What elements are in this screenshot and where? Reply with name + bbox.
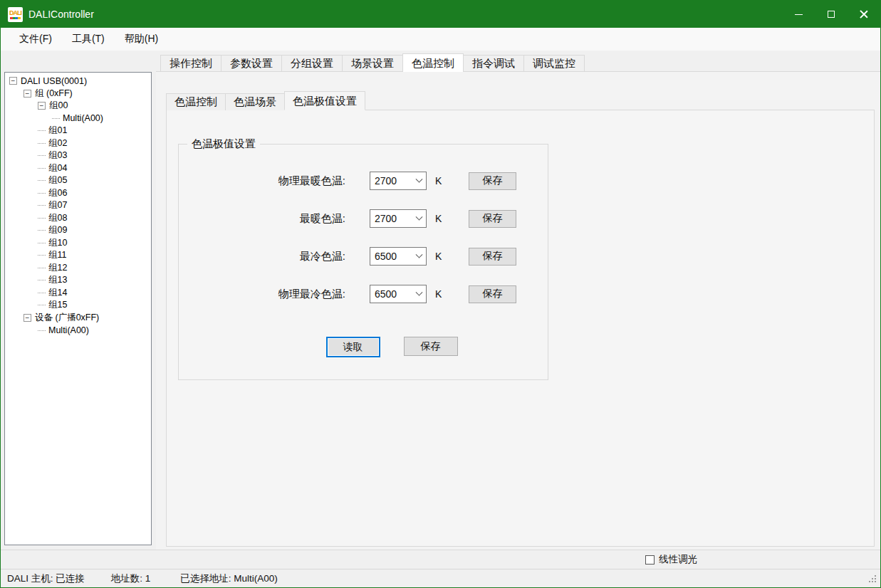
tree-item[interactable]: 组10 xyxy=(6,237,151,250)
action-buttons: 读取 保存 xyxy=(207,337,576,357)
tree-item[interactable]: 组03 xyxy=(6,149,151,162)
color-temp-tab-page: 色温控制色温场景色温极值设置 色温极值设置 物理最暖色温: 2700 K 保存 … xyxy=(156,72,880,550)
tree-item[interactable]: 组05 xyxy=(6,174,151,187)
tree-item[interactable]: 组11 xyxy=(6,249,151,262)
save-all-button[interactable]: 保存 xyxy=(404,337,458,356)
tree-item[interactable]: 组09 xyxy=(6,224,151,237)
tree-item[interactable]: 组06 xyxy=(6,187,151,200)
tree-item-label: 设备 (广播0xFF) xyxy=(35,312,99,324)
app-logo-text: DALI xyxy=(9,9,21,16)
unit-label: K xyxy=(435,175,445,187)
menu-item[interactable]: 工具(T) xyxy=(62,29,115,49)
sub-tab[interactable]: 色温控制 xyxy=(166,93,226,110)
resize-grip-icon[interactable] xyxy=(867,574,877,584)
sub-tab[interactable]: 色温极值设置 xyxy=(284,91,365,110)
field-label: 最暖色温: xyxy=(179,212,345,226)
app-logo-icon: DALI xyxy=(8,7,23,22)
tree-item-label: 组03 xyxy=(38,149,67,162)
unit-label: K xyxy=(435,251,445,262)
tree-item-label: 组02 xyxy=(38,137,67,149)
tree-item[interactable]: 组04 xyxy=(6,162,151,175)
ct-limit-row: 最冷色温: 6500 K 保存 xyxy=(179,247,548,266)
menu-item[interactable]: 文件(F) xyxy=(9,29,62,49)
tree-item-label: DALI USB(0001) xyxy=(21,76,87,86)
tree-item[interactable]: 组00 xyxy=(6,100,151,112)
tree-item[interactable]: 组15 xyxy=(6,299,151,312)
tree-item[interactable]: Multi(A00) xyxy=(6,112,151,125)
main-tab[interactable]: 色温控制 xyxy=(402,53,464,72)
tree-item-label: Multi(A00) xyxy=(38,325,89,335)
ct-limit-rows: 物理最暖色温: 2700 K 保存 最暖色温: 2700 K 保存 最冷色温: … xyxy=(179,172,548,303)
ct-limits-sub-page: 色温极值设置 物理最暖色温: 2700 K 保存 最暖色温: 2700 K 保存… xyxy=(166,110,875,547)
close-button[interactable] xyxy=(848,1,880,28)
status-selected-address: 已选择地址: Multi(A00) xyxy=(180,572,278,585)
tree-item[interactable]: 组12 xyxy=(6,262,151,275)
tree-item[interactable]: 组 (0xFF) xyxy=(6,88,151,100)
tree-item[interactable]: Multi(A00) xyxy=(6,324,151,337)
close-icon xyxy=(860,10,868,19)
main-tab[interactable]: 场景设置 xyxy=(342,55,403,71)
color-temp-combobox[interactable]: 2700 xyxy=(370,172,427,190)
tree-item[interactable]: 设备 (广播0xFF) xyxy=(6,312,151,325)
tree-item[interactable]: 组13 xyxy=(6,274,151,287)
sub-tab[interactable]: 色温场景 xyxy=(225,93,285,110)
main-tab[interactable]: 参数设置 xyxy=(221,55,282,71)
title-bar[interactable]: DALI DALIController xyxy=(1,1,880,28)
combobox-value: 6500 xyxy=(375,251,417,262)
unit-label: K xyxy=(435,288,445,300)
color-temp-combobox[interactable]: 6500 xyxy=(370,247,427,266)
status-host: DALI 主机: 已连接 xyxy=(7,572,85,585)
linear-dimming-label: 线性调光 xyxy=(659,553,697,566)
tree-item-label: 组12 xyxy=(38,262,67,274)
tree-item[interactable]: 组08 xyxy=(6,212,151,225)
window-title: DALIController xyxy=(28,9,94,20)
maximize-button[interactable] xyxy=(815,1,848,28)
device-tree-pane: DALI USB(0001) 组 (0xFF) 组00 Multi(A00) 组… xyxy=(1,51,156,550)
save-button[interactable]: 保存 xyxy=(469,248,516,266)
status-address-count: 地址数: 1 xyxy=(111,572,151,585)
tree-item[interactable]: DALI USB(0001) xyxy=(6,75,151,88)
sub-tab-strip: 色温控制色温场景色温极值设置 xyxy=(166,91,875,110)
unit-label: K xyxy=(435,213,445,224)
collapse-icon[interactable] xyxy=(24,314,31,322)
content-pane: 操作控制参数设置分组设置场景设置色温控制指令调试调试监控 色温控制色温场景色温极… xyxy=(156,51,880,550)
color-temp-combobox[interactable]: 2700 xyxy=(370,209,427,228)
main-tab-strip: 操作控制参数设置分组设置场景设置色温控制指令调试调试监控 xyxy=(156,54,880,72)
field-label: 最冷色温: xyxy=(179,250,345,263)
main-tab[interactable]: 分组设置 xyxy=(281,55,343,71)
tree-item-label: 组14 xyxy=(38,287,67,299)
ct-limit-row: 物理最冷色温: 6500 K 保存 xyxy=(179,285,548,303)
read-button[interactable]: 读取 xyxy=(326,337,380,357)
save-button[interactable]: 保存 xyxy=(469,210,516,228)
main-tab[interactable]: 调试监控 xyxy=(523,55,585,71)
collapse-icon[interactable] xyxy=(38,102,46,110)
chevron-down-icon xyxy=(416,175,423,182)
linear-dimming-checkbox[interactable] xyxy=(645,555,655,565)
chevron-down-icon xyxy=(416,251,423,258)
field-label: 物理最冷色温: xyxy=(179,288,345,301)
collapse-icon[interactable] xyxy=(9,77,17,85)
tree-item-label: 组11 xyxy=(38,249,66,261)
tree-item-label: 组06 xyxy=(38,187,67,199)
save-button[interactable]: 保存 xyxy=(469,172,516,190)
device-tree[interactable]: DALI USB(0001) 组 (0xFF) 组00 Multi(A00) 组… xyxy=(4,72,152,545)
save-button[interactable]: 保存 xyxy=(469,285,516,303)
groupbox-title: 色温极值设置 xyxy=(187,137,260,151)
main-tab[interactable]: 操作控制 xyxy=(160,55,221,71)
collapse-icon[interactable] xyxy=(24,90,31,98)
app-logo-colorbar xyxy=(10,17,21,19)
tree-item-label: 组15 xyxy=(38,299,67,311)
tree-item[interactable]: 组02 xyxy=(6,137,151,150)
tree-item[interactable]: 组07 xyxy=(6,199,151,212)
field-label: 物理最暖色温: xyxy=(179,174,345,188)
minimize-button[interactable] xyxy=(782,1,815,28)
tree-item-label: 组08 xyxy=(38,212,67,224)
tree-item[interactable]: 组14 xyxy=(6,287,151,300)
ct-limit-row: 最暖色温: 2700 K 保存 xyxy=(179,209,548,228)
chevron-down-icon xyxy=(416,213,423,220)
main-tab[interactable]: 指令调试 xyxy=(463,55,524,71)
tree-item[interactable]: 组01 xyxy=(6,125,151,137)
tree-item-label: 组01 xyxy=(38,125,67,137)
color-temp-combobox[interactable]: 6500 xyxy=(370,285,427,303)
menu-item[interactable]: 帮助(H) xyxy=(115,29,168,49)
